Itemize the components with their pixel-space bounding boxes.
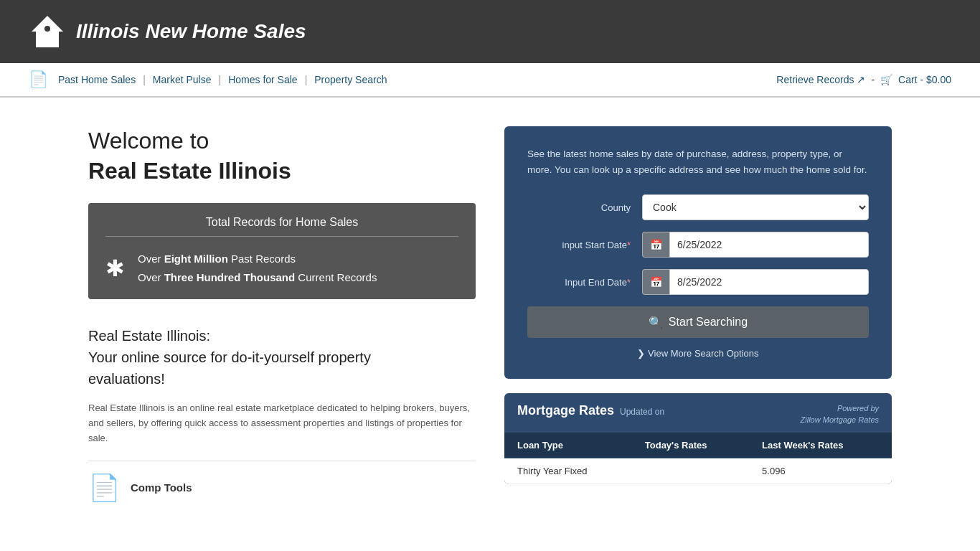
records-line1-prefix: Over	[138, 253, 164, 265]
powered-source-label: Zillow Mortgage Rates	[801, 415, 879, 424]
welcome-heading: Welcome to Real Estate Illinois	[88, 126, 476, 186]
end-date-row: Input End Date* 📅	[527, 269, 869, 295]
todays-rate-cell	[632, 458, 749, 484]
records-line1-bold: Eight Million	[164, 253, 228, 265]
end-date-calendar-button[interactable]: 📅	[642, 269, 669, 295]
records-box-title: Total Records for Home Sales	[105, 216, 458, 237]
tagline-heading: Real Estate Illinois: Your online source…	[88, 325, 476, 390]
search-card: See the latest home sales by date of pur…	[504, 126, 892, 379]
svg-point-2	[44, 26, 50, 32]
records-box: Total Records for Home Sales ✱ Over Eigh…	[88, 203, 476, 299]
nav-market-pulse[interactable]: Market Pulse	[150, 74, 215, 85]
comp-tools-icon: 📄	[88, 473, 121, 503]
site-logo: Illinois New Home Sales	[29, 13, 306, 50]
start-searching-button[interactable]: 🔍 Start Searching	[527, 306, 869, 338]
records-line1-suffix: Past Records	[228, 253, 296, 265]
records-line2-bold: Three Hundred Thousand	[164, 271, 296, 283]
start-date-row: input Start Date* 📅	[527, 232, 869, 258]
retrieve-records-link[interactable]: Retrieve Records ↗	[776, 74, 865, 85]
mortgage-table-header: Loan Type Today's Rates Last Week's Rate…	[504, 433, 892, 458]
col-last-week-rates: Last Week's Rates	[749, 433, 892, 458]
records-box-body: ✱ Over Eight Million Past Records Over T…	[105, 245, 458, 286]
more-search-options-link[interactable]: ❯ View More Search Options	[527, 348, 869, 359]
site-header: Illinois New Home Sales	[0, 0, 980, 63]
table-row: Thirty Year Fixed 5.096	[504, 458, 892, 484]
search-card-description: See the latest home sales by date of pur…	[527, 146, 869, 177]
county-label: County	[527, 202, 642, 213]
start-date-input[interactable]	[669, 232, 869, 258]
nav-sep-3: |	[305, 74, 308, 85]
home-logo-icon	[29, 13, 66, 50]
left-column: Welcome to Real Estate Illinois Total Re…	[88, 126, 476, 503]
nav-right: Retrieve Records ↗ - 🛒 Cart - $0.00	[776, 74, 951, 85]
nav-links: Past Home Sales | Market Pulse | Homes f…	[55, 74, 390, 85]
divider	[88, 461, 476, 461]
comp-tools-row: 📄 Comp Tools	[88, 473, 476, 503]
mortgage-header: Mortgage Rates Updated on Powered by Zil…	[504, 393, 892, 433]
site-title: Illinois New Home Sales	[76, 20, 306, 43]
county-select[interactable]: Cook DuPage Lake Will Kane McHenry Kenda…	[642, 194, 869, 220]
more-options-label: View More Search Options	[648, 348, 758, 359]
nav-bar: 📄 Past Home Sales | Market Pulse | Homes…	[0, 63, 980, 98]
start-date-calendar-button[interactable]: 📅	[642, 232, 669, 258]
cart-link[interactable]: Cart - $0.00	[898, 74, 951, 85]
nav-property-search[interactable]: Property Search	[311, 74, 390, 85]
end-date-wrap: 📅	[642, 269, 869, 295]
cart-icon: 🛒	[880, 74, 892, 85]
nav-dash-sep: -	[871, 74, 875, 85]
start-date-label: input Start Date*	[527, 240, 642, 250]
mortgage-table-body: Thirty Year Fixed 5.096	[504, 458, 892, 484]
start-date-required: *	[627, 240, 631, 250]
welcome-line1: Welcome to	[88, 128, 209, 154]
search-icon: 🔍	[649, 316, 663, 329]
tagline-desc: Real Estate Illinois is an online real e…	[88, 401, 476, 446]
col-todays-rates: Today's Rates	[632, 433, 749, 458]
end-date-required: *	[627, 277, 631, 288]
retrieve-records-label: Retrieve Records	[776, 74, 854, 85]
main-content: Welcome to Real Estate Illinois Total Re…	[60, 98, 920, 517]
right-column: See the latest home sales by date of pur…	[504, 126, 892, 484]
nav-homes-for-sale[interactable]: Homes for Sale	[225, 74, 300, 85]
loan-type-cell: Thirty Year Fixed	[504, 458, 632, 484]
mortgage-powered: Powered by Zillow Mortgage Rates	[801, 403, 879, 425]
nav-past-home-sales[interactable]: Past Home Sales	[55, 74, 138, 85]
mortgage-updated: Updated on	[620, 407, 664, 417]
svg-rect-1	[42, 37, 53, 47]
county-row: County Cook DuPage Lake Will Kane McHenr…	[527, 194, 869, 220]
powered-by-label: Powered by	[837, 404, 879, 413]
asterisk-icon: ✱	[105, 257, 125, 280]
welcome-line2: Real Estate Illinois	[88, 156, 476, 187]
col-loan-type: Loan Type	[504, 433, 632, 458]
mortgage-header-row: Loan Type Today's Rates Last Week's Rate…	[504, 433, 892, 458]
last-week-rate-cell: 5.096	[749, 458, 892, 484]
comp-tools-label: Comp Tools	[131, 481, 192, 494]
records-line1: Over Eight Million Past Records	[138, 250, 377, 268]
records-lines: Over Eight Million Past Records Over Thr…	[138, 250, 377, 286]
nav-sep-1: |	[143, 74, 146, 85]
nav-left: 📄 Past Home Sales | Market Pulse | Homes…	[29, 70, 390, 89]
nav-doc-icon: 📄	[29, 70, 48, 89]
end-date-label: Input End Date*	[527, 277, 642, 288]
start-date-wrap: 📅	[642, 232, 869, 258]
search-button-label: Start Searching	[669, 316, 748, 329]
mortgage-table: Loan Type Today's Rates Last Week's Rate…	[504, 433, 892, 484]
records-line2-suffix: Current Records	[295, 271, 377, 283]
records-line2: Over Three Hundred Thousand Current Reco…	[138, 268, 377, 287]
mortgage-card: Mortgage Rates Updated on Powered by Zil…	[504, 393, 892, 484]
records-line2-prefix: Over	[138, 271, 164, 283]
mortgage-title-row: Mortgage Rates Updated on	[517, 403, 664, 418]
mortgage-title: Mortgage Rates	[517, 403, 614, 418]
external-link-icon: ↗	[857, 74, 865, 85]
chevron-right-icon: ❯	[637, 348, 645, 359]
nav-sep-2: |	[219, 74, 222, 85]
end-date-input[interactable]	[669, 269, 869, 295]
